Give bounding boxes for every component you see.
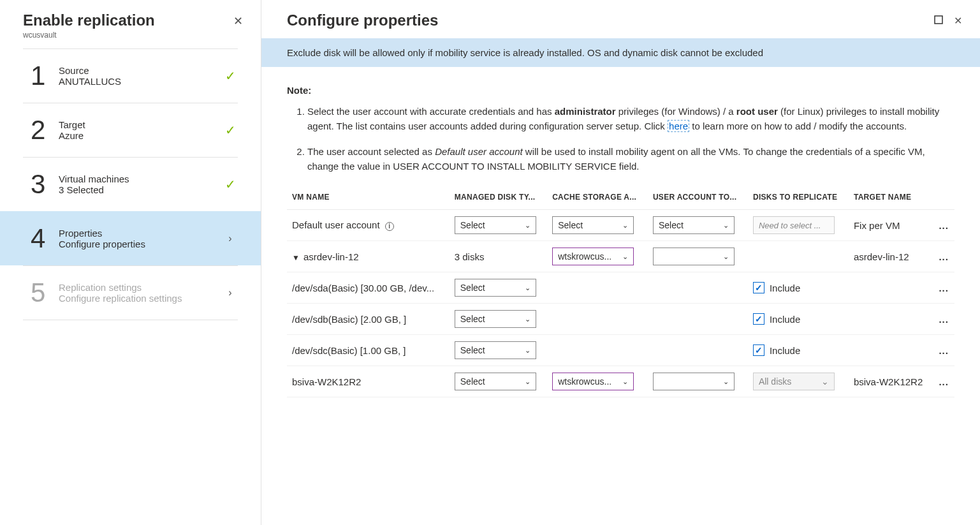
row-menu-icon[interactable]: ... — [933, 241, 954, 272]
col-managed-disk-type[interactable]: MANAGED DISK TY... — [450, 185, 547, 210]
vault-name: wcusvault — [23, 31, 155, 40]
row-disk-sdb: /dev/sdb(Basic) [2.00 GB, ] Select⌄ ✓Inc… — [287, 304, 954, 335]
info-banner: Exclude disk will be allowed only if mob… — [261, 38, 980, 67]
close-icon[interactable]: ✕ — [231, 11, 245, 31]
page-title: Configure properties — [287, 11, 438, 29]
cache-storage-select[interactable]: wtskrowcus...⌄ — [552, 373, 634, 390]
wizard-steps-panel: Enable replication wcusvault ✕ 1 Source … — [0, 0, 261, 525]
chevron-down-icon: ⌄ — [821, 376, 829, 387]
user-account-select[interactable]: ⌄ — [653, 373, 735, 390]
col-vm-name[interactable]: VM NAME — [287, 185, 450, 210]
col-cache-storage[interactable]: CACHE STORAGE A... — [547, 185, 648, 210]
note-item-1: Select the user account with accurate cr… — [307, 105, 954, 133]
info-icon[interactable]: i — [385, 222, 394, 231]
check-icon: ✓ — [223, 68, 238, 84]
chevron-down-icon: ⌄ — [723, 221, 729, 230]
row-menu-icon[interactable]: ... — [933, 272, 954, 304]
chevron-down-icon: ⌄ — [723, 253, 729, 261]
close-icon[interactable]: ✕ — [954, 15, 962, 27]
chevron-down-icon: ⌄ — [525, 284, 530, 292]
row-menu-icon[interactable]: ... — [933, 335, 954, 366]
chevron-right-icon: › — [223, 233, 238, 244]
row-menu-icon[interactable]: ... — [933, 210, 954, 241]
row-menu-icon[interactable]: ... — [933, 304, 954, 335]
chevron-down-icon: ⌄ — [622, 253, 628, 261]
disks-replicate-need: Need to select ... — [753, 216, 835, 234]
chevron-right-icon: › — [223, 287, 238, 299]
row-vm-asrdev-lin-12: ▼asrdev-lin-12 3 disks wtskrowcus...⌄ ⌄ … — [287, 241, 954, 272]
svg-rect-0 — [935, 16, 942, 24]
maximize-icon[interactable] — [933, 15, 944, 25]
chevron-down-icon: ⌄ — [622, 378, 628, 386]
step-virtual-machines[interactable]: 3 Virtual machines 3 Selected ✓ — [23, 157, 238, 211]
chevron-down-icon: ⌄ — [525, 221, 530, 230]
managed-disk-select[interactable]: Select⌄ — [455, 341, 536, 359]
step-target[interactable]: 2 Target Azure ✓ — [23, 103, 238, 157]
note-item-2: The user account selected as Default use… — [307, 145, 954, 174]
chevron-down-icon: ⌄ — [622, 221, 628, 230]
managed-disk-select[interactable]: Select⌄ — [455, 216, 536, 234]
wizard-title: Enable replication — [23, 11, 155, 29]
check-icon: ✓ — [223, 177, 238, 192]
managed-disk-select[interactable]: Select⌄ — [455, 279, 536, 297]
include-checkbox[interactable]: ✓ — [753, 344, 764, 356]
step-replication-settings: 5 Replication settings Configure replica… — [23, 265, 238, 320]
vm-properties-table: VM NAME MANAGED DISK TY... CACHE STORAGE… — [287, 185, 954, 397]
chevron-down-icon: ⌄ — [723, 378, 729, 386]
chevron-down-icon: ⌄ — [525, 315, 530, 323]
col-disks-replicate[interactable]: DISKS TO REPLICATE — [748, 185, 849, 210]
row-default-account: Default user account i Select⌄ Select⌄ S… — [287, 210, 954, 241]
step-properties[interactable]: 4 Properties Configure properties › — [0, 211, 261, 265]
expand-toggle-icon[interactable]: ▼ — [292, 253, 300, 262]
managed-disk-select[interactable]: Select⌄ — [455, 310, 536, 328]
cache-storage-select[interactable]: wtskrowcus...⌄ — [552, 248, 634, 265]
chevron-down-icon: ⌄ — [525, 378, 530, 386]
managed-disk-select[interactable]: Select⌄ — [455, 373, 536, 390]
row-disk-sda: /dev/sda(Basic) [30.00 GB, /dev... Selec… — [287, 272, 954, 304]
include-checkbox[interactable]: ✓ — [753, 313, 764, 325]
check-icon: ✓ — [223, 122, 238, 138]
user-account-select[interactable]: ⌄ — [653, 248, 735, 265]
step-source[interactable]: 1 Source ANUTALLUCS ✓ — [23, 48, 238, 103]
row-vm-bsiva-w2k12r2: bsiva-W2K12R2 Select⌄ wtskrowcus...⌄ ⌄ A… — [287, 366, 954, 397]
row-menu-icon[interactable]: ... — [933, 366, 954, 397]
note-heading: Note: — [287, 85, 954, 96]
chevron-down-icon: ⌄ — [525, 346, 530, 355]
configure-properties-panel: Configure properties ✕ Exclude disk will… — [261, 0, 980, 525]
col-user-account[interactable]: USER ACCOUNT TO... — [648, 185, 748, 210]
here-link[interactable]: here — [668, 120, 689, 132]
row-disk-sdc: /dev/sdc(Basic) [1.00 GB, ] Select⌄ ✓Inc… — [287, 335, 954, 366]
include-checkbox[interactable]: ✓ — [753, 282, 764, 293]
cache-storage-select[interactable]: Select⌄ — [552, 216, 634, 234]
col-target-name[interactable]: TARGET NAME — [849, 185, 933, 210]
user-account-select[interactable]: Select⌄ — [653, 216, 735, 234]
all-disks-select[interactable]: All disks⌄ — [753, 373, 835, 390]
